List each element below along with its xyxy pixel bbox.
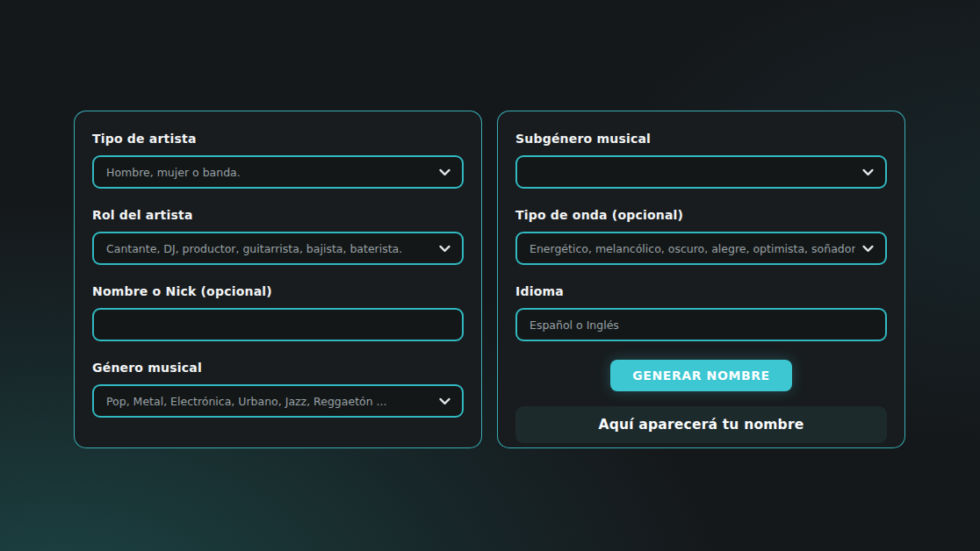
chevron-down-icon: [437, 165, 452, 180]
music-genre-label: Género musical: [92, 360, 464, 376]
generate-button-row: GENERAR NOMBRE: [515, 360, 887, 391]
music-genre-select-value: Pop, Metal, Electrónica, Urbano, Jazz, R…: [106, 395, 387, 408]
music-subgenre-select[interactable]: [515, 155, 887, 189]
chevron-down-icon: [861, 165, 876, 180]
artist-role-select[interactable]: Cantante, DJ, productor, guitarrista, ba…: [92, 232, 464, 265]
chevron-down-icon: [861, 241, 876, 256]
field-group-music-subgenre: Subgénero musical: [515, 131, 887, 189]
field-group-artist-role: Rol del artista Cantante, DJ, productor,…: [92, 207, 464, 265]
vibe-type-select-value: Energético, melancólico, oscuro, alegre,…: [530, 242, 855, 255]
music-subgenre-label: Subgénero musical: [515, 131, 887, 147]
vibe-type-label: Tipo de onda (opcional): [515, 207, 887, 223]
chevron-down-icon: [437, 241, 452, 256]
generator-options-card: Subgénero musical Tipo de onda (opcional…: [497, 111, 905, 448]
name-nick-input[interactable]: [92, 308, 464, 341]
field-group-language: Idioma: [515, 283, 887, 341]
name-nick-label: Nombre o Nick (opcional): [92, 283, 464, 299]
artist-type-select-value: Hombre, mujer o banda.: [106, 166, 241, 179]
generated-name-result: Aquí aparecerá tu nombre: [515, 406, 887, 443]
artist-details-card: Tipo de artista Hombre, mujer o banda. R…: [74, 111, 482, 448]
artist-type-select[interactable]: Hombre, mujer o banda.: [92, 155, 464, 189]
chevron-down-icon: [437, 394, 452, 409]
field-group-music-genre: Género musical Pop, Metal, Electrónica, …: [92, 360, 464, 418]
artist-type-label: Tipo de artista: [92, 131, 464, 147]
artist-role-select-value: Cantante, DJ, productor, guitarrista, ba…: [106, 242, 402, 255]
field-group-name-nick: Nombre o Nick (opcional): [92, 283, 464, 341]
language-input[interactable]: [515, 308, 887, 341]
artist-role-label: Rol del artista: [92, 207, 464, 223]
form-cards-container: Tipo de artista Hombre, mujer o banda. R…: [74, 111, 905, 448]
background: Tipo de artista Hombre, mujer o banda. R…: [0, 0, 980, 551]
language-label: Idioma: [515, 283, 887, 299]
vibe-type-select[interactable]: Energético, melancólico, oscuro, alegre,…: [515, 232, 887, 265]
field-group-artist-type: Tipo de artista Hombre, mujer o banda.: [92, 131, 464, 189]
music-genre-select[interactable]: Pop, Metal, Electrónica, Urbano, Jazz, R…: [92, 384, 464, 418]
generate-name-button[interactable]: GENERAR NOMBRE: [610, 360, 792, 391]
field-group-vibe-type: Tipo de onda (opcional) Energético, mela…: [515, 207, 887, 265]
